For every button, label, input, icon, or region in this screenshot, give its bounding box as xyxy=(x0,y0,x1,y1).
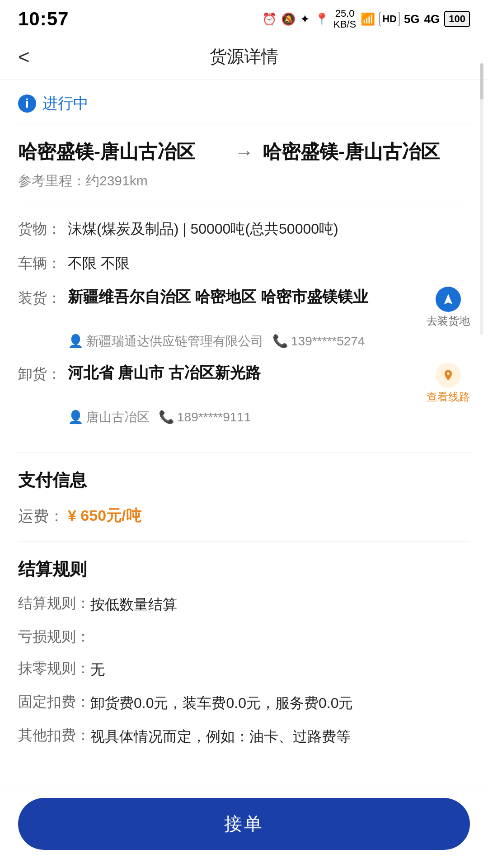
route-icon[interactable] xyxy=(436,363,461,388)
phone-icon: 📞 xyxy=(272,334,288,349)
settlement-row-value: 视具体情况而定，例如：油卡、过路费等 xyxy=(90,726,470,747)
unloading-phone[interactable]: 📞 189*****9111 xyxy=(159,410,251,425)
loading-row: 装货： 新疆维吾尔自治区 哈密地区 哈密市盛镁镁业 去装货地 xyxy=(18,287,470,350)
mute-icon: 🔕 xyxy=(281,12,296,26)
settlement-row: 结算规则： 按低数量结算 xyxy=(18,594,470,615)
route-from: 哈密盛镁-唐山古冶区 xyxy=(18,140,225,165)
unloading-action-text: 查看线路 xyxy=(427,390,470,404)
settlement-title: 结算规则 xyxy=(18,558,470,581)
payment-title: 支付信息 xyxy=(18,469,470,492)
settlement-row-value: 卸货费0.0元，装车费0.0元，服务费0.0元 xyxy=(90,692,470,714)
alarm-icon: ⏰ xyxy=(262,12,277,26)
settlement-row: 其他扣费： 视具体情况而定，例如：油卡、过路费等 xyxy=(18,726,470,747)
loading-content: 新疆维吾尔自治区 哈密地区 哈密市盛镁镁业 去装货地 � xyxy=(68,287,470,350)
company-icon: 👤 xyxy=(68,334,84,349)
page-title: 货源详情 xyxy=(210,45,278,68)
hd-badge: HD xyxy=(380,12,399,26)
loading-company: 👤 新疆瑞通达供应链管理有限公司 xyxy=(68,333,263,350)
unloading-phone-number: 189*****9111 xyxy=(177,410,251,425)
status-section: i 进行中 xyxy=(18,80,470,123)
settlement-row-label: 亏损规则： xyxy=(18,627,90,647)
settlement-row-value: 无 xyxy=(90,659,470,680)
status-time: 10:57 xyxy=(18,8,69,30)
navigate-icon[interactable] xyxy=(436,287,461,312)
settlement-row: 抹零规则： 无 xyxy=(18,659,470,680)
unloading-label: 卸货： xyxy=(18,363,68,384)
accept-button[interactable]: 接单 xyxy=(18,798,470,850)
back-button[interactable]: < xyxy=(18,46,30,68)
freight-row: 运费： ¥ 650元/吨 xyxy=(18,505,470,528)
loading-action-text: 去装货地 xyxy=(427,314,470,328)
unloading-meta: 👤 唐山古冶区 📞 189*****9111 xyxy=(68,409,470,426)
settlement-row-label: 其他扣费： xyxy=(18,726,90,745)
unloading-main: 河北省 唐山市 古冶区新光路 查看线路 xyxy=(68,363,470,404)
unloading-company: 👤 唐山古冶区 xyxy=(68,409,150,426)
loading-main: 新疆维吾尔自治区 哈密地区 哈密市盛镁镁业 去装货地 xyxy=(68,287,470,328)
route-distance: 参考里程：约2391km xyxy=(18,172,470,190)
settlement-row: 亏损规则： xyxy=(18,627,470,647)
loading-name: 新疆维吾尔自治区 哈密地区 哈密市盛镁镁业 xyxy=(68,287,418,307)
unloading-company-name: 唐山古冶区 xyxy=(86,409,150,426)
route-arrow-icon: → xyxy=(235,140,253,163)
company2-icon: 👤 xyxy=(68,410,84,425)
loading-phone[interactable]: 📞 139*****5274 xyxy=(272,334,365,349)
wifi-icon: 📶 xyxy=(361,12,375,26)
speed-label: 25.0KB/S xyxy=(333,8,356,30)
unloading-row: 卸货： 河北省 唐山市 古冶区新光路 查看线路 xyxy=(18,363,470,426)
settlement-row-value: 按低数量结算 xyxy=(90,594,470,615)
status-icon-badge: i xyxy=(18,94,36,113)
goods-label: 货物： xyxy=(18,218,68,240)
loading-action[interactable]: 去装货地 xyxy=(427,287,470,328)
signal-5g-icon: 5G xyxy=(404,12,420,26)
vehicle-row: 车辆： 不限 不限 xyxy=(18,252,470,274)
bluetooth-icon: ✦ xyxy=(300,12,310,26)
settlement-row-label: 结算规则： xyxy=(18,594,90,613)
signal-4g-icon: 4G xyxy=(424,12,440,26)
vehicle-value: 不限 不限 xyxy=(68,252,470,274)
phone2-icon: 📞 xyxy=(159,410,174,425)
loading-company-name: 新疆瑞通达供应链管理有限公司 xyxy=(86,333,263,350)
freight-value: ¥ 650元/吨 xyxy=(68,505,141,526)
unloading-content: 河北省 唐山市 古冶区新光路 查看线路 👤 xyxy=(68,363,470,426)
scrollbar-track xyxy=(480,63,483,335)
goods-value: 沫煤(煤炭及制品) | 50000吨(总共50000吨) xyxy=(68,218,470,240)
settlement-row: 固定扣费： 卸货费0.0元，装车费0.0元，服务费0.0元 xyxy=(18,692,470,714)
main-content: i 进行中 哈密盛镁-唐山古冶区 → 哈密盛镁-唐山古冶区 参考里程：约2391… xyxy=(0,80,488,822)
status-icons: ⏰ 🔕 ✦ 📍 25.0KB/S 📶 HD 5G 4G 100 xyxy=(262,8,470,30)
settlement-row-label: 固定扣费： xyxy=(18,692,90,712)
bottom-bar: 接单 xyxy=(0,787,488,868)
goods-row: 货物： 沫煤(煤炭及制品) | 50000吨(总共50000吨) xyxy=(18,218,470,240)
location-icon: 📍 xyxy=(314,12,329,26)
settlement-section: 结算规则 结算规则： 按低数量结算 亏损规则： 抹零规则： 无 固定扣费： 卸货… xyxy=(18,542,470,822)
settlement-rows: 结算规则： 按低数量结算 亏损规则： 抹零规则： 无 固定扣费： 卸货费0.0元… xyxy=(18,594,470,747)
vehicle-label: 车辆： xyxy=(18,252,68,274)
route-section: 哈密盛镁-唐山古冶区 → 哈密盛镁-唐山古冶区 参考里程：约2391km xyxy=(18,123,470,204)
settlement-row-label: 抹零规则： xyxy=(18,659,90,679)
route-row: 哈密盛镁-唐山古冶区 → 哈密盛镁-唐山古冶区 xyxy=(18,140,470,165)
loading-label: 装货： xyxy=(18,287,68,308)
status-bar: 10:57 ⏰ 🔕 ✦ 📍 25.0KB/S 📶 HD 5G 4G 100 xyxy=(0,0,488,34)
loading-meta: 👤 新疆瑞通达供应链管理有限公司 📞 139*****5274 xyxy=(68,333,470,350)
battery-indicator: 100 xyxy=(444,11,470,27)
route-to: 哈密盛镁-唐山古冶区 xyxy=(263,140,470,165)
goods-vehicle-section: 货物： 沫煤(煤炭及制品) | 50000吨(总共50000吨) 车辆： 不限 … xyxy=(18,204,470,453)
loading-phone-number: 139*****5274 xyxy=(291,334,365,349)
payment-section: 支付信息 运费： ¥ 650元/吨 xyxy=(18,453,470,542)
scrollbar-thumb xyxy=(480,63,483,99)
freight-label: 运费： xyxy=(18,505,68,528)
unloading-name: 河北省 唐山市 古冶区新光路 xyxy=(68,363,418,383)
unloading-action[interactable]: 查看线路 xyxy=(427,363,470,404)
page-header: < 货源详情 xyxy=(0,34,488,80)
status-label: 进行中 xyxy=(42,93,89,114)
info-icon: i xyxy=(25,96,29,111)
